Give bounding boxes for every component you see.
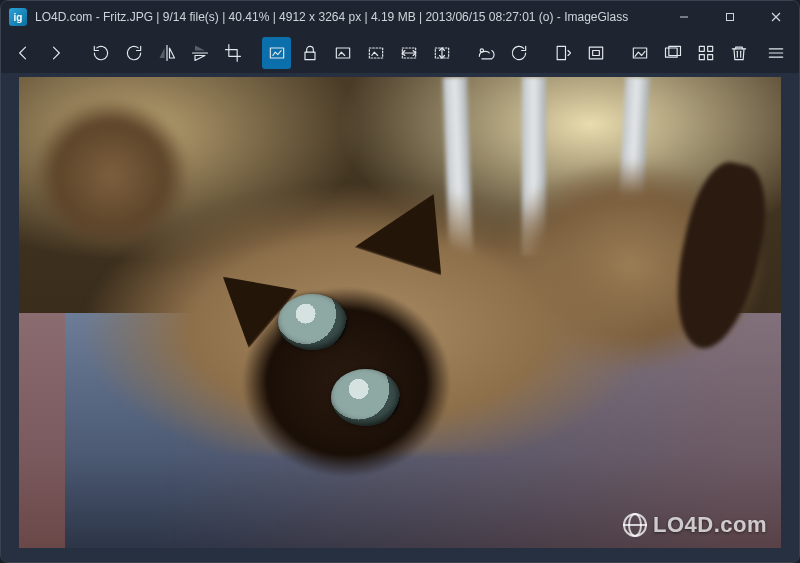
- rotate-ccw-button[interactable]: [86, 37, 115, 69]
- minimize-icon: [678, 11, 690, 23]
- svg-rect-27: [700, 55, 705, 60]
- svg-rect-13: [369, 48, 382, 58]
- scale-height-button[interactable]: [427, 37, 456, 69]
- rotate-cw-button[interactable]: [119, 37, 148, 69]
- next-button[interactable]: [42, 37, 71, 69]
- autozoom-icon: [267, 43, 287, 63]
- svg-rect-12: [336, 48, 349, 58]
- displayed-image: LO4D.com: [19, 77, 781, 548]
- lock-icon: [300, 43, 320, 63]
- hamburger-icon: [766, 43, 786, 63]
- scale-fill-button[interactable]: [361, 37, 390, 69]
- grid-icon: [696, 43, 716, 63]
- flip-v-button[interactable]: [185, 37, 214, 69]
- close-icon: [770, 11, 782, 23]
- crop-icon: [223, 43, 243, 63]
- window-controls: [661, 1, 799, 33]
- goto-icon: [553, 43, 573, 63]
- trash-icon: [729, 43, 749, 63]
- svg-rect-21: [593, 51, 600, 56]
- maximize-icon: [724, 11, 736, 23]
- flip-h-icon: [157, 43, 177, 63]
- app-window: ig LO4D.com - Fritz.JPG | 9/14 file(s) |…: [0, 0, 800, 563]
- open-icon: [476, 43, 496, 63]
- svg-rect-10: [270, 48, 283, 58]
- chevron-left-icon: [13, 43, 33, 63]
- rotate-ccw-icon: [91, 43, 111, 63]
- flip-v-icon: [190, 43, 210, 63]
- close-button[interactable]: [753, 1, 799, 33]
- autozoom-button[interactable]: [262, 37, 291, 69]
- maximize-button[interactable]: [707, 1, 753, 33]
- refresh-button[interactable]: [505, 37, 534, 69]
- svg-rect-20: [590, 47, 603, 59]
- scale-width-button[interactable]: [394, 37, 423, 69]
- slideshow-icon: [663, 43, 683, 63]
- scale-fit-icon: [333, 43, 353, 63]
- scale-width-icon: [399, 43, 419, 63]
- app-icon: ig: [9, 8, 27, 26]
- titlebar[interactable]: ig LO4D.com - Fritz.JPG | 9/14 file(s) |…: [1, 1, 799, 33]
- window-fit-button[interactable]: [582, 37, 611, 69]
- globe-icon: [623, 513, 647, 537]
- delete-button[interactable]: [725, 37, 754, 69]
- watermark: LO4D.com: [623, 512, 767, 538]
- watermark-text: LO4D.com: [653, 512, 767, 538]
- minimize-button[interactable]: [661, 1, 707, 33]
- menu-button[interactable]: [762, 37, 791, 69]
- window-fit-icon: [586, 43, 606, 63]
- image-viewport[interactable]: LO4D.com: [1, 73, 799, 562]
- svg-rect-26: [708, 46, 713, 51]
- svg-rect-25: [700, 46, 705, 51]
- open-button[interactable]: [472, 37, 501, 69]
- slideshow-button[interactable]: [659, 37, 688, 69]
- svg-rect-1: [727, 14, 734, 21]
- svg-marker-9: [195, 56, 205, 61]
- svg-point-18: [480, 49, 483, 52]
- chevron-right-icon: [46, 43, 66, 63]
- crop-button[interactable]: [218, 37, 247, 69]
- toolbar: [1, 33, 799, 73]
- goto-button[interactable]: [549, 37, 578, 69]
- refresh-icon: [509, 43, 529, 63]
- scale-fit-button[interactable]: [328, 37, 357, 69]
- rotate-cw-icon: [124, 43, 144, 63]
- flip-h-button[interactable]: [152, 37, 181, 69]
- window-title: LO4D.com - Fritz.JPG | 9/14 file(s) | 40…: [35, 10, 628, 24]
- image-content: [19, 77, 781, 548]
- svg-rect-19: [557, 46, 565, 59]
- svg-rect-11: [305, 52, 315, 59]
- svg-marker-6: [169, 48, 174, 58]
- svg-marker-8: [195, 46, 205, 51]
- scale-fill-icon: [366, 43, 386, 63]
- fullscreen-icon: [630, 43, 650, 63]
- svg-marker-5: [159, 48, 164, 58]
- prev-button[interactable]: [9, 37, 38, 69]
- thumbnails-button[interactable]: [692, 37, 721, 69]
- fullscreen-button[interactable]: [626, 37, 655, 69]
- scale-height-icon: [432, 43, 452, 63]
- svg-rect-28: [708, 55, 713, 60]
- lock-zoom-button[interactable]: [295, 37, 324, 69]
